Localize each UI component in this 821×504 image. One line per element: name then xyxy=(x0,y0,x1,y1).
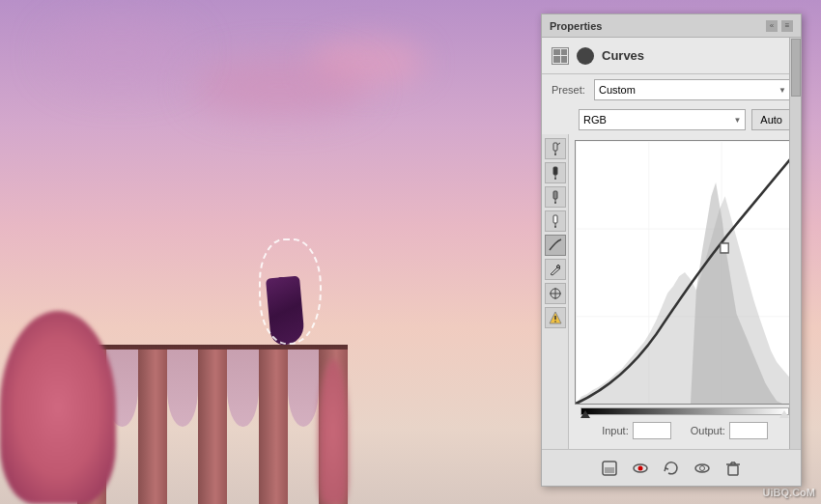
output-value[interactable] xyxy=(729,422,768,439)
eyedropper-sample-icon[interactable] xyxy=(545,138,566,159)
svg-rect-10 xyxy=(553,215,557,223)
tree-left xyxy=(0,311,116,504)
eyedropper-gray-icon[interactable] xyxy=(545,186,566,208)
svg-rect-19 xyxy=(721,243,728,253)
cloud-3 xyxy=(48,19,193,87)
panel-footer xyxy=(542,449,801,486)
channel-row: RGB ▼ Auto xyxy=(542,105,801,134)
slider-track xyxy=(580,407,789,415)
pencil-icon[interactable] xyxy=(545,259,566,280)
panel-content: Input: Output: xyxy=(542,134,801,449)
panel-header: Curves xyxy=(542,38,801,74)
svg-point-23 xyxy=(638,465,643,470)
arch-space-3 xyxy=(227,350,259,504)
visibility-toggle-button[interactable] xyxy=(693,459,712,478)
adjustment-icon xyxy=(577,47,594,65)
tree-right xyxy=(319,359,348,504)
warning-icon xyxy=(545,307,566,328)
character-with-selection xyxy=(259,238,322,345)
svg-point-9 xyxy=(554,202,556,204)
svg-point-2 xyxy=(554,154,556,155)
channel-dropdown-arrow: ▼ xyxy=(733,116,741,125)
scrollbar-thumb[interactable] xyxy=(791,39,801,97)
svg-point-12 xyxy=(554,226,556,228)
channel-value: RGB xyxy=(583,114,607,126)
input-value[interactable] xyxy=(633,422,671,439)
eye-preview-button[interactable] xyxy=(631,459,650,478)
svg-rect-7 xyxy=(553,191,557,199)
preset-label: Preset: xyxy=(552,84,588,96)
selection-marquee xyxy=(259,238,322,345)
input-label: Input: xyxy=(602,425,629,436)
curves-area: Input: Output: xyxy=(569,134,801,449)
preset-row: Preset: Custom ▼ xyxy=(542,74,801,105)
curve-smooth-icon[interactable] xyxy=(545,235,566,256)
svg-point-6 xyxy=(554,178,556,180)
section-label: Curves xyxy=(602,48,644,63)
watermark: UiBQ.CoM xyxy=(763,487,815,498)
white-point-handle[interactable] xyxy=(779,410,789,418)
output-label: Output: xyxy=(691,425,725,436)
clip-to-layer-button[interactable] xyxy=(600,459,619,478)
channel-dropdown[interactable]: RGB ▼ xyxy=(579,109,746,130)
svg-rect-4 xyxy=(553,167,557,175)
histogram-svg xyxy=(576,141,794,404)
arch-space-2 xyxy=(167,350,199,504)
svg-rect-0 xyxy=(553,143,557,151)
output-field: Output: xyxy=(691,422,768,439)
panel-controls: « ≡ xyxy=(766,20,793,32)
input-field: Input: xyxy=(602,422,671,439)
input-slider[interactable] xyxy=(575,405,795,418)
svg-rect-26 xyxy=(728,465,738,475)
auto-button[interactable]: Auto xyxy=(751,109,791,130)
delete-button[interactable] xyxy=(723,459,743,478)
io-row: Input: Output: xyxy=(575,418,795,443)
preset-dropdown-arrow: ▼ xyxy=(779,86,786,95)
tools-column xyxy=(542,134,569,449)
panel-menu-button[interactable]: ≡ xyxy=(781,20,793,32)
cloud-2 xyxy=(193,58,367,116)
target-adjustment-icon[interactable] xyxy=(545,283,566,304)
grid-icon[interactable] xyxy=(552,47,569,65)
eyedropper-white-icon[interactable] xyxy=(545,210,566,232)
panel-scrollbar[interactable] xyxy=(789,38,801,449)
curves-canvas[interactable] xyxy=(575,140,795,405)
panel-collapse-button[interactable]: « xyxy=(766,20,778,32)
svg-point-17 xyxy=(554,321,556,322)
svg-point-25 xyxy=(700,465,705,470)
arch-space-4 xyxy=(288,350,320,504)
panel-title: Properties xyxy=(550,20,602,32)
preset-value: Custom xyxy=(599,84,636,96)
reset-button[interactable] xyxy=(662,459,681,478)
arch-pillar xyxy=(198,350,227,504)
preset-dropdown[interactable]: Custom ▼ xyxy=(594,79,791,100)
bridge-arches xyxy=(77,350,348,504)
arch-pillar xyxy=(259,350,288,504)
eyedropper-black-icon[interactable] xyxy=(545,162,566,183)
arch-pillar xyxy=(138,350,167,504)
svg-rect-21 xyxy=(605,467,614,473)
panel-titlebar: Properties « ≡ xyxy=(542,14,801,38)
properties-panel: Properties « ≡ Curves Preset: Custom ▼ R… xyxy=(541,14,802,487)
black-point-handle[interactable] xyxy=(580,410,590,418)
